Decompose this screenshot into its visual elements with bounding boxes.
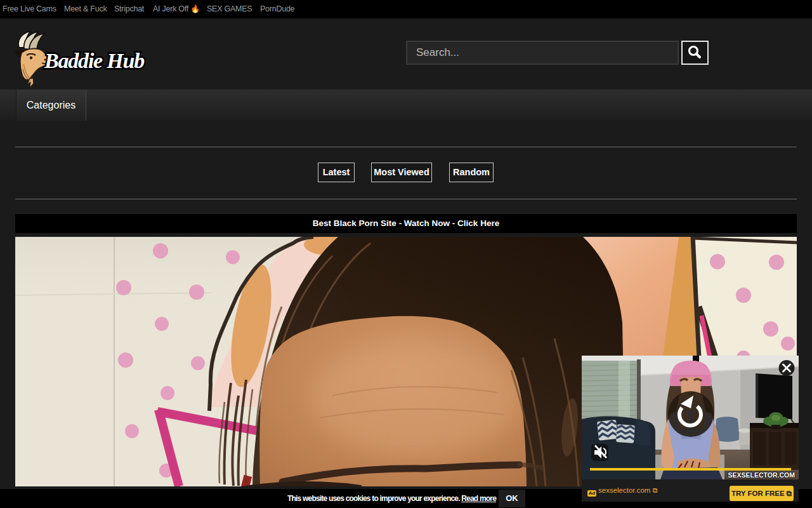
svg-text:SEXSELECTOR.COM: SEXSELECTOR.COM <box>728 471 796 479</box>
svg-text:Baddie Hub: Baddie Hub <box>44 49 144 72</box>
